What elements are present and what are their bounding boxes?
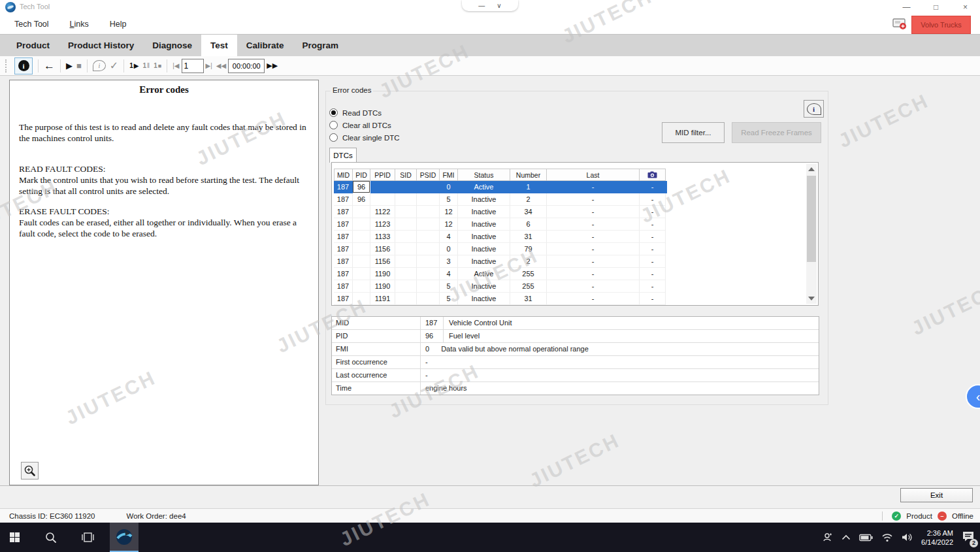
stop-test-button[interactable]: ■ (76, 57, 82, 74)
col-header-pid[interactable]: PID (353, 169, 370, 181)
dtc-table-row[interactable]: 187 1190 4 Active 255 - - (334, 268, 667, 280)
dtc-table-row[interactable]: 187 1133 4 Inactive 31 - - (334, 231, 667, 243)
elapsed-time-input[interactable] (228, 59, 265, 73)
menu-item[interactable]: Tech Tool (14, 20, 49, 29)
detail-label: MID (332, 317, 421, 329)
col-header-psid[interactable]: PSID (417, 169, 440, 181)
pause-icon: ‖ (147, 62, 150, 69)
cell-number: 6 (510, 218, 547, 231)
status-divider (882, 511, 883, 521)
step-stop-button[interactable]: 1 ■ (154, 57, 161, 74)
cell-psid (417, 181, 440, 193)
col-header-last[interactable]: Last (547, 169, 640, 181)
zoom-button[interactable] (21, 462, 39, 479)
cell-last: - (547, 280, 640, 293)
detail-label: First occurrence (332, 356, 421, 368)
app-logo-icon (5, 2, 16, 12)
techtool-taskbar-button[interactable] (110, 523, 139, 552)
people-icon[interactable] (822, 532, 833, 543)
chevron-up-icon[interactable] (841, 534, 851, 540)
notification-center-button[interactable]: 2 (962, 530, 975, 545)
radio-clear-all-dtcs[interactable]: Clear all DTCs (329, 121, 391, 129)
step-pause-button[interactable]: 1 ‖ (143, 57, 150, 74)
cell-mid: 187 (334, 218, 353, 231)
seek-end-button[interactable]: ▶| (206, 57, 212, 74)
menu-item[interactable]: Links (70, 20, 89, 29)
widget-minimize-icon[interactable]: — (478, 2, 485, 9)
cell-freeze: - (640, 255, 666, 268)
main-tab[interactable]: Product (7, 35, 59, 56)
wifi-icon[interactable] (881, 533, 893, 542)
help-balloon-button[interactable]: i (804, 100, 824, 118)
col-header-number[interactable]: Number (510, 169, 547, 181)
comm-unit-icon[interactable] (892, 18, 908, 30)
main-tab[interactable]: Test (201, 35, 237, 56)
cell-fmi: 4 (440, 231, 458, 243)
battery-icon[interactable] (859, 534, 873, 542)
scroll-up-icon[interactable] (808, 167, 815, 171)
col-header-mid[interactable]: MID (334, 169, 353, 181)
dtcs-tab[interactable]: DTCs (329, 148, 357, 163)
cell-pid (353, 243, 370, 255)
mid-filter-button[interactable]: MID filter... (662, 122, 725, 143)
main-tab[interactable]: Product History (59, 35, 143, 56)
window-title: Tech Tool (20, 3, 50, 10)
dtc-table-row[interactable]: 187 1191 5 Inactive 31 - - (334, 293, 667, 305)
dtc-table-row[interactable]: 187 96 0 Active 1 - - (334, 181, 667, 193)
close-button[interactable]: × (951, 0, 980, 14)
minimize-button[interactable]: — (892, 0, 921, 14)
back-button[interactable]: ← (44, 57, 55, 74)
main-tab[interactable]: Diagnose (143, 35, 201, 56)
comment-balloon-button[interactable]: i (93, 57, 106, 74)
play-test-button[interactable]: ▶ (66, 57, 73, 74)
radio-read-dtcs[interactable]: Read DTCs (329, 108, 382, 117)
col-header-freeze[interactable] (640, 169, 666, 181)
seek-start-button[interactable]: |◀ (172, 57, 179, 74)
detail-description: Data valid but above normal operational … (436, 343, 819, 355)
scrollbar-thumb[interactable] (807, 176, 816, 262)
search-button[interactable] (37, 523, 65, 552)
radio-clear-single-dtc[interactable]: Clear single DTC (329, 133, 400, 142)
chevron-down-icon[interactable]: ∨ (497, 2, 501, 9)
cell-pid (353, 268, 370, 280)
step-play-button[interactable]: 1 ▶ (129, 57, 139, 74)
confirm-button[interactable]: ✓ (110, 57, 118, 74)
col-header-status[interactable]: Status (458, 169, 510, 181)
rewind-button[interactable]: ◀◀ (216, 57, 226, 74)
cell-fmi: 0 (440, 181, 458, 193)
col-header-ppid[interactable]: PPID (370, 169, 395, 181)
fast-forward-button[interactable]: ▶▶ (267, 57, 278, 74)
scroll-down-icon[interactable] (808, 297, 815, 300)
watermark: JIUTECH (526, 429, 623, 492)
dtc-table-row[interactable]: 187 96 5 Inactive 2 - - (334, 193, 667, 206)
volvo-trucks-button[interactable]: Volvo Trucks (911, 16, 971, 34)
dtc-detail-table: MID 187 Vehicle Control Unit PID 96 Fuel… (331, 316, 819, 395)
dtc-table-row[interactable]: 187 1156 3 Inactive 2 - - (334, 255, 667, 268)
info-toggle-button[interactable]: i (14, 57, 33, 74)
dtc-table-row[interactable]: 187 1123 12 Inactive 6 - - (334, 218, 667, 231)
main-tab[interactable]: Program (293, 35, 348, 56)
taskbar-clock[interactable]: 2:36 AM 6/14/2022 (921, 528, 953, 547)
menu-item[interactable]: Help (110, 20, 127, 29)
edge-panel-handle[interactable]: ‹ (966, 384, 980, 409)
vertical-scrollbar[interactable] (806, 164, 817, 304)
cell-sid (395, 255, 417, 268)
cell-ppid: 1156 (370, 255, 395, 268)
cell-number: 2 (510, 193, 547, 206)
start-button[interactable] (0, 523, 29, 552)
dtc-table-row[interactable]: 187 1190 5 Inactive 255 - - (334, 280, 667, 293)
dtc-table-row[interactable]: 187 1156 0 Inactive 79 - - (334, 243, 667, 255)
cell-mid: 187 (334, 231, 353, 243)
col-header-fmi[interactable]: FMI (440, 169, 458, 181)
speaker-icon[interactable] (902, 532, 913, 542)
cell-number: 255 (510, 268, 547, 280)
main-tab[interactable]: Calibrate (237, 35, 293, 56)
exit-button[interactable]: Exit (900, 488, 973, 502)
detail-row: PID 96 Fuel level (332, 330, 819, 343)
task-view-button[interactable] (73, 523, 102, 552)
dtc-table-row[interactable]: 187 1122 12 Inactive 34 - - (334, 206, 667, 218)
maximize-button[interactable]: □ (921, 0, 951, 14)
col-header-sid[interactable]: SID (395, 169, 417, 181)
step-counter-input[interactable] (182, 59, 204, 73)
cell-mid: 187 (334, 206, 353, 218)
